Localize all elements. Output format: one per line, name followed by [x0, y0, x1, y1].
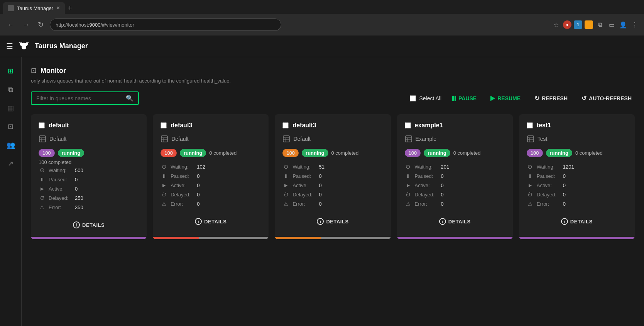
waiting-icon	[39, 167, 46, 174]
forward-button[interactable]: →	[20, 19, 32, 30]
card-bottom-bar-test1	[519, 237, 635, 239]
bar-segment	[31, 237, 147, 239]
refresh-button[interactable]: ↻ REFRESH	[531, 93, 571, 103]
waiting-icon	[282, 163, 289, 170]
card-header: default3	[282, 122, 383, 129]
stat-waiting: Waiting: 201	[405, 163, 505, 170]
paused-label: Paused:	[537, 173, 560, 179]
play-icon	[490, 96, 495, 101]
delayed-label: Delayed:	[292, 192, 316, 198]
menu-icon[interactable]: ⋮	[630, 20, 639, 29]
waiting-icon	[161, 163, 167, 170]
card-checkbox-example1[interactable]	[405, 122, 411, 128]
card-name-defaul3: defaul3	[171, 122, 192, 129]
new-tab-button[interactable]: +	[65, 2, 75, 14]
browser-action-icons: ☆ ● 1 ⧉ ▭ 👤 ⋮	[551, 20, 639, 29]
card-bottom-bar-default	[31, 237, 147, 239]
info-icon: i	[317, 218, 324, 225]
details-button-test1[interactable]: i DETAILS	[527, 215, 627, 228]
stats-section-default: Waiting: 500 Paused: 0 Active: 0 Delayed…	[39, 167, 139, 211]
bar-segment	[275, 237, 321, 239]
stat-paused: Paused: 0	[282, 172, 383, 179]
waiting-icon	[527, 163, 534, 170]
error-label: Error:	[292, 201, 316, 207]
app-logo	[18, 40, 30, 52]
ext-yellow-icon[interactable]	[585, 20, 593, 29]
type-icon	[527, 135, 534, 143]
active-icon	[405, 182, 412, 189]
details-button-example1[interactable]: i DETAILS	[405, 215, 505, 228]
error-value: 0	[563, 201, 566, 207]
card-name-default3: default3	[292, 122, 316, 129]
count-badge: 100	[527, 149, 543, 157]
delayed-icon	[405, 191, 412, 198]
paused-icon	[405, 172, 412, 179]
search-box[interactable]: 🔍	[31, 91, 139, 105]
info-icon: i	[561, 218, 568, 225]
stat-error: Error: 0	[527, 200, 627, 207]
pause-button[interactable]: PAUSE	[449, 94, 480, 103]
hamburger-menu-button[interactable]: ☰	[6, 42, 13, 51]
tab-close-button[interactable]: ✕	[56, 5, 60, 11]
sidebar-item-dashboard[interactable]: ⊞	[3, 63, 19, 79]
info-icon: i	[73, 221, 80, 228]
svg-rect-0	[39, 136, 46, 142]
sidebar-toggle-icon[interactable]: ▭	[607, 20, 616, 29]
waiting-value: 1201	[563, 164, 574, 170]
reload-button[interactable]: ↻	[35, 19, 46, 30]
ext-red-icon[interactable]: ●	[563, 20, 571, 29]
profile-icon[interactable]: 👤	[619, 20, 628, 29]
count-badge: 100	[405, 149, 421, 157]
type-icon	[161, 135, 168, 143]
extensions-icon[interactable]: ⧉	[595, 20, 605, 29]
url-bar[interactable]: http://localhost:9000/#/view/monitor	[50, 19, 281, 31]
waiting-icon	[405, 163, 412, 170]
delayed-label: Delayed:	[415, 192, 438, 198]
error-label: Error:	[537, 201, 560, 207]
sidebar-item-table[interactable]: ▦	[3, 100, 19, 116]
count-badge: 100	[39, 149, 55, 157]
stats-section-defaul3: Waiting: 102 Paused: 0 Active: 0 Delayed…	[161, 163, 261, 207]
type-icon	[282, 135, 290, 143]
waiting-value: 500	[75, 167, 83, 173]
error-label: Error:	[49, 204, 72, 210]
status-row: 100 running 0 completed	[527, 149, 627, 157]
search-icon: 🔍	[126, 95, 134, 102]
card-checkbox-default3[interactable]	[282, 122, 289, 128]
details-button-default[interactable]: i DETAILS	[39, 218, 139, 231]
back-button[interactable]: ←	[5, 19, 16, 30]
sidebar-item-copy[interactable]: ⊡	[3, 119, 19, 134]
sidebar-item-users[interactable]: 👥	[3, 137, 19, 153]
select-all-label[interactable]: Select All	[419, 95, 441, 101]
bookmark-icon[interactable]: ☆	[551, 20, 561, 29]
status-row: 100 running 0 completed	[405, 149, 505, 157]
auto-refresh-button[interactable]: ↺ AUTO-REFRESH	[578, 93, 635, 103]
card-checkbox-default[interactable]	[39, 122, 45, 128]
ext-blue-icon[interactable]: 1	[574, 20, 582, 29]
card-checkbox-defaul3[interactable]	[161, 122, 167, 128]
sidebar-item-layers[interactable]: ⧉	[3, 82, 19, 97]
status-badge: running	[180, 149, 206, 157]
stat-delayed: Delayed: 0	[527, 191, 627, 198]
search-input[interactable]	[36, 95, 123, 101]
card-name-test1: test1	[537, 122, 551, 129]
paused-icon	[527, 172, 534, 179]
sidebar-item-export[interactable]: ↗	[3, 156, 19, 171]
select-all-group[interactable]: Select All	[410, 95, 441, 101]
details-button-default3[interactable]: i DETAILS	[282, 215, 383, 228]
card-checkbox-test1[interactable]	[527, 122, 533, 128]
completed-text: 100 completed	[39, 159, 71, 165]
completed-text: 0 completed	[209, 150, 237, 156]
select-all-checkbox[interactable]	[410, 95, 416, 101]
resume-button[interactable]: RESUME	[487, 94, 524, 103]
details-label: DETAILS	[448, 219, 471, 225]
card-header: default	[39, 122, 139, 129]
browser-tab-active[interactable]: Taurus Manager ✕	[3, 2, 65, 14]
cards-grid: default Default 100 running 100 co	[31, 114, 635, 239]
details-button-defaul3[interactable]: i DETAILS	[161, 215, 261, 228]
card-bottom-bar-defaul3	[153, 237, 269, 239]
card-type-defaul3: Default	[161, 135, 261, 143]
status-row: 100 running 0 completed	[161, 149, 261, 157]
delayed-icon	[39, 194, 46, 201]
error-icon	[527, 200, 534, 207]
